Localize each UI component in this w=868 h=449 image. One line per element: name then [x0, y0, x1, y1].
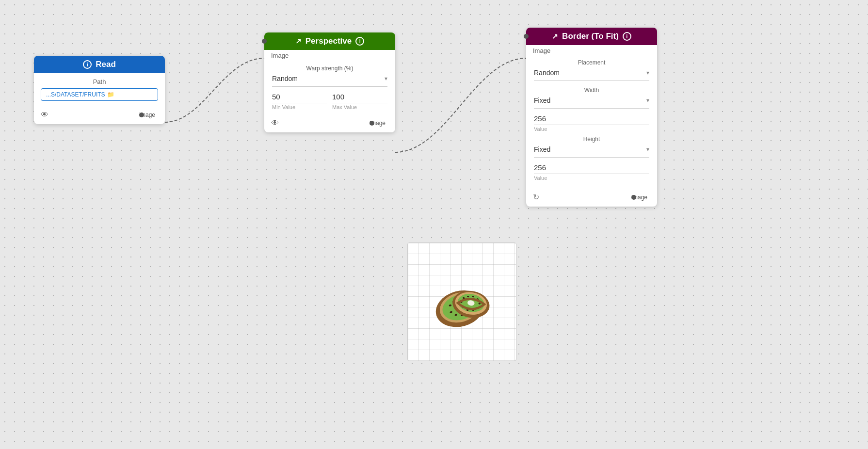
- read-node-footer: 👁 Image: [34, 108, 165, 124]
- path-text: ...S/DATASET/FRUITS: [46, 91, 105, 98]
- min-label: Min Value: [272, 104, 327, 110]
- warp-value: Random: [272, 75, 385, 82]
- perspective-info-icon[interactable]: i: [355, 37, 364, 46]
- min-field: 50 Min Value: [272, 93, 327, 110]
- read-node-title: Read: [96, 60, 116, 69]
- perspective-node-footer: 👁 Image: [264, 116, 395, 132]
- width-chevron-icon: ▾: [646, 97, 649, 104]
- perspective-node-header: ↗ Perspective i: [264, 32, 395, 50]
- placement-dropdown[interactable]: Random ▾: [534, 69, 649, 81]
- preview-panel: [407, 242, 516, 361]
- placement-chevron-icon: ▾: [646, 69, 649, 76]
- path-label: Path: [41, 78, 158, 85]
- height-value-label: Value: [534, 175, 649, 181]
- read-info-icon[interactable]: i: [83, 60, 92, 69]
- border-info-icon[interactable]: i: [623, 32, 631, 41]
- max-field: 100 Max Value: [332, 93, 387, 110]
- warp-label: Warp strength (%): [272, 65, 387, 72]
- perspective-node-title: Perspective: [305, 36, 352, 46]
- height-chevron-icon: ▾: [646, 146, 649, 153]
- folder-icon: 📁: [107, 91, 114, 98]
- perspective-input-label: Image: [264, 50, 395, 59]
- border-output-row: Image: [631, 194, 650, 201]
- height-dropdown[interactable]: Fixed ▾: [534, 145, 649, 158]
- border-node-title: Border (To Fit): [562, 32, 619, 41]
- perspective-icon: ↗: [295, 37, 302, 46]
- read-node: i Read Path ...S/DATASET/FRUITS 📁 👁 Imag…: [34, 56, 165, 124]
- height-value: 256: [534, 163, 649, 174]
- read-node-header: i Read: [34, 56, 165, 73]
- height-mode-value: Fixed: [534, 145, 646, 153]
- minmax-row: 50 Min Value 100 Max Value: [272, 93, 387, 110]
- max-value: 100: [332, 93, 387, 103]
- min-value: 50: [272, 93, 327, 103]
- border-node-footer: ↻ Image: [526, 190, 657, 207]
- height-value-row: 256 Value: [534, 163, 649, 181]
- max-label: Max Value: [332, 104, 387, 110]
- perspective-node: ↗ Perspective i Image Warp strength (%) …: [264, 32, 395, 132]
- read-node-body: Path ...S/DATASET/FRUITS 📁: [34, 73, 165, 108]
- placement-section-label: Placement: [534, 59, 649, 66]
- output-port[interactable]: [139, 112, 144, 117]
- border-input-text: Image: [533, 47, 550, 54]
- perspective-eye-icon[interactable]: 👁: [271, 119, 279, 128]
- perspective-output-row: Image: [370, 120, 388, 127]
- border-node: ↗ Border (To Fit) i Image Placement Rand…: [526, 28, 657, 207]
- warp-dropdown[interactable]: Random ▾: [272, 75, 387, 87]
- kiwi-preview: [426, 275, 498, 329]
- placement-value: Random: [534, 69, 646, 77]
- perspective-input-text: Image: [271, 52, 289, 59]
- border-node-body: Placement Random ▾ Width Fixed ▾ 256 Val…: [526, 54, 657, 190]
- eye-icon[interactable]: 👁: [41, 111, 48, 119]
- width-value-label: Value: [534, 126, 649, 132]
- width-mode-value: Fixed: [534, 96, 646, 104]
- border-node-header: ↗ Border (To Fit) i: [526, 28, 657, 45]
- border-output-port[interactable]: [631, 195, 636, 200]
- refresh-icon[interactable]: ↻: [533, 192, 539, 202]
- perspective-input-port[interactable]: [262, 39, 267, 44]
- border-input-label-row: Image: [526, 45, 657, 54]
- chevron-down-icon: ▾: [385, 75, 387, 82]
- width-value-row: 256 Value: [534, 114, 649, 132]
- border-input-port[interactable]: [524, 34, 529, 39]
- width-value: 256: [534, 114, 649, 125]
- height-section-label: Height: [534, 136, 649, 143]
- width-section-label: Width: [534, 87, 649, 94]
- perspective-output-port[interactable]: [370, 121, 374, 126]
- width-dropdown[interactable]: Fixed ▾: [534, 96, 649, 109]
- perspective-node-body: Warp strength (%) Random ▾ 50 Min Value …: [264, 59, 395, 116]
- path-value[interactable]: ...S/DATASET/FRUITS 📁: [41, 88, 158, 101]
- border-icon: ↗: [552, 32, 558, 41]
- output-port-row: Image: [139, 112, 158, 118]
